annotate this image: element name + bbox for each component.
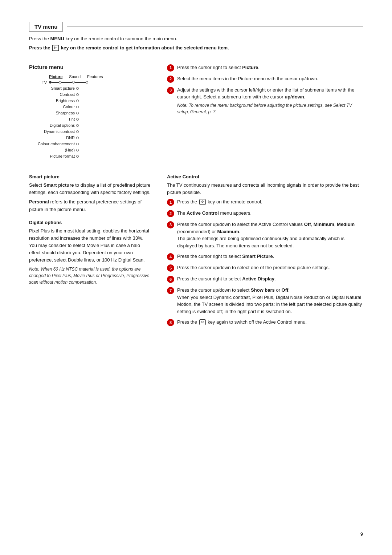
bottom-right: Active Control The TV continuously measu… <box>167 174 363 333</box>
menu-item-colour-enhancement: Colour enhancement <box>29 141 152 147</box>
ac-step-3: 3 Press the cursor up/down to select the… <box>167 221 363 249</box>
step-2: 2 Select the menu items in the Picture m… <box>167 75 363 83</box>
info-icon: i+ <box>52 45 59 51</box>
ac-step-4-num: 4 <box>167 253 174 260</box>
tv-dot-1 <box>59 81 61 84</box>
ac-step-6: 6 Press the cursor right to select Activ… <box>167 275 363 283</box>
tv-row: TV <box>29 80 152 85</box>
ac-step-3-num: 3 <box>167 221 174 228</box>
ac-step-7-num: 7 <box>167 287 174 294</box>
tv-dot-3 <box>86 81 88 84</box>
digital-options-section: Digital options Pixel Plus is the most i… <box>29 220 152 286</box>
diagram-header-sound: Sound <box>69 74 81 79</box>
left-column: Picture menu Picture Sound Features TV <box>29 64 152 166</box>
section-divider <box>29 58 363 58</box>
ac-step-1-text: Press the ⊙ key on the remote control. <box>177 198 363 206</box>
smart-picture-text2: Personal refers to the personal preferen… <box>29 198 152 213</box>
ac-step-1-num: 1 <box>167 199 174 206</box>
picture-steps: 1 Press the cursor right to select Pictu… <box>167 64 363 115</box>
step-3-note: Note: To remove the menu background befo… <box>177 102 363 115</box>
tv-menu-section: TV menu Press the MENU key on the remote… <box>29 22 363 51</box>
ac-step-5-num: 5 <box>167 264 174 272</box>
step-2-text: Select the menu items in the Picture men… <box>177 75 363 82</box>
ac-step-1: 1 Press the ⊙ key on the remote control. <box>167 198 363 206</box>
page-number: 9 <box>360 531 363 537</box>
picture-menu-title: Picture menu <box>29 64 152 70</box>
ac-step-6-text: Press the cursor right to select Active … <box>177 275 363 283</box>
ac-step-8-num: 8 <box>167 319 174 326</box>
ac-step-7: 7 Press the cursor up/down to select Sho… <box>167 287 363 315</box>
ac-step-8: 8 Press the ⊙ key again to switch off th… <box>167 319 363 326</box>
active-control-section: Active Control The TV continuously measu… <box>167 174 363 326</box>
step-3-text: Adjust the settings with the cursor left… <box>177 86 363 115</box>
picture-menu-section: Picture menu Picture Sound Features TV <box>29 64 152 160</box>
intro-text: Press the MENU key on the remote control… <box>29 36 363 41</box>
ac-step-2-text: The Active Control menu appears. <box>177 210 363 217</box>
step-3-num: 3 <box>167 87 174 94</box>
right-column: 1 Press the cursor right to select Pictu… <box>167 64 363 166</box>
diagram-header-picture: Picture <box>49 74 62 79</box>
main-content: Picture menu Picture Sound Features TV <box>29 64 363 166</box>
menu-items: Smart picture Contrast Brightness Colour <box>29 85 152 160</box>
ac-step-2-num: 2 <box>167 210 174 217</box>
digital-options-title: Digital options <box>29 220 152 225</box>
ac-step-5: 5 Press the cursor up/down to select one… <box>167 264 363 272</box>
ac-step-7-text: Press the cursor up/down to select Show … <box>177 287 363 315</box>
menu-item-hue: (Hue) <box>29 147 152 153</box>
ac-step-2: 2 The Active Control menu appears. <box>167 210 363 217</box>
ac-step-6-num: 6 <box>167 276 174 283</box>
tv-line-1 <box>52 82 59 83</box>
step-1: 1 Press the cursor right to select Pictu… <box>167 64 363 72</box>
bottom-left: Smart picture Select Smart picture to di… <box>29 174 152 333</box>
ac-step-4-text: Press the cursor right to select Smart P… <box>177 253 363 260</box>
step-2-num: 2 <box>167 76 174 83</box>
menu-diagram: Picture Sound Features TV <box>29 74 152 160</box>
smart-picture-title: Smart picture <box>29 174 152 179</box>
smart-picture-text1: Select Smart picture to display a list o… <box>29 182 152 196</box>
tv-dot-filled <box>49 81 52 84</box>
menu-item-picture-format: Picture format <box>29 153 152 159</box>
tv-line-3 <box>75 82 86 83</box>
menu-item-contrast: Contrast <box>29 92 152 98</box>
tv-label: TV <box>29 80 49 85</box>
menu-item-tint: Tint <box>29 116 152 122</box>
menu-item-digital-options: Digital options <box>29 122 152 129</box>
ac-step-5-text: Press the cursor up/down to select one o… <box>177 264 363 271</box>
bottom-section: Smart picture Select Smart picture to di… <box>29 174 363 333</box>
menu-item-brightness: Brightness <box>29 98 152 104</box>
diagram-header-features: Features <box>87 74 103 79</box>
step-3: 3 Adjust the settings with the cursor le… <box>167 86 363 115</box>
menu-item-dnr: DNR <box>29 135 152 141</box>
diagram-header: Picture Sound Features <box>49 74 152 79</box>
active-control-icon-2: ⊙ <box>199 319 206 325</box>
menu-item-dynamic-contrast: Dynamic contrast <box>29 129 152 135</box>
ac-step-4: 4 Press the cursor right to select Smart… <box>167 253 363 260</box>
menu-item-colour: Colour <box>29 104 152 110</box>
ac-step-8-text: Press the ⊙ key again to switch off the … <box>177 319 363 326</box>
tv-line-2 <box>61 82 72 83</box>
step-1-num: 1 <box>167 64 174 72</box>
digital-options-note: Note: When 60 Hz NTSC material is used, … <box>29 266 152 285</box>
header-line <box>67 27 363 27</box>
info-bold-text: Press the i+ key on the remote control t… <box>29 45 363 51</box>
menu-item-smart-picture: Smart picture <box>29 85 152 92</box>
active-control-steps: 1 Press the ⊙ key on the remote control.… <box>167 198 363 326</box>
active-control-title: Active Control <box>167 174 363 179</box>
smart-picture-section: Smart picture Select Smart picture to di… <box>29 174 152 213</box>
step-1-text: Press the cursor right to select Picture… <box>177 64 363 71</box>
tv-menu-title: TV menu <box>29 22 63 32</box>
active-control-intro: The TV continuously measures and correct… <box>167 182 363 196</box>
tv-dot-2 <box>72 81 75 84</box>
ac-step-3-text: Press the cursor up/down to select the A… <box>177 221 363 249</box>
digital-options-text: Pixel Plus is the most ideal setting, do… <box>29 227 152 264</box>
active-control-icon-1: ⊙ <box>199 199 206 205</box>
menu-item-sharpness: Sharpness <box>29 110 152 116</box>
